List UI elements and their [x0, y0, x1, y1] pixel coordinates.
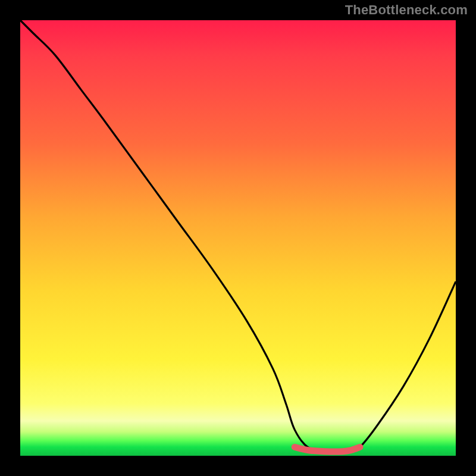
plot-area [20, 20, 456, 456]
watermark-text: TheBottleneck.com [345, 2, 468, 18]
bottleneck-curve [20, 20, 456, 452]
chart-frame: TheBottleneck.com [0, 0, 476, 476]
optimal-range-highlight [295, 447, 360, 452]
curve-svg [20, 20, 456, 456]
